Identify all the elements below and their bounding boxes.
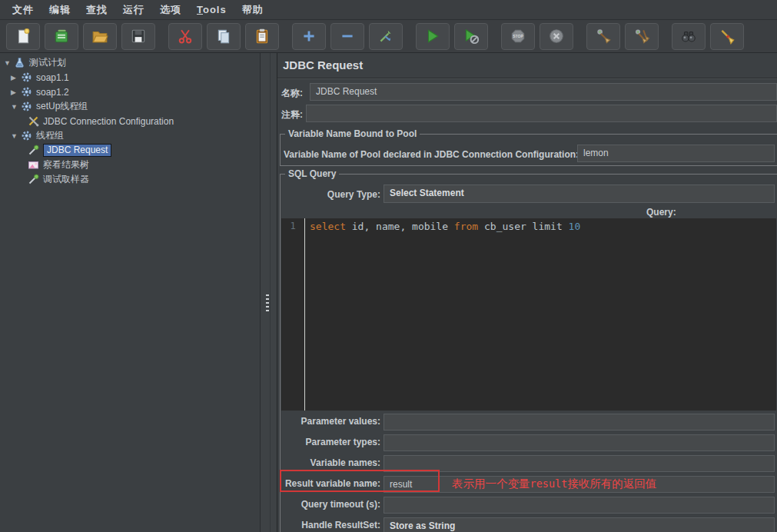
test-plan-tree: ▼ 测试计划 ▶ soap1.1 ▶ soap1.2 ▼ <box>0 53 260 532</box>
tree-item-jdbc-connection-configuration[interactable]: JDBC Connection Configuration <box>0 114 260 128</box>
start-no-timers-button[interactable] <box>454 23 488 50</box>
expand-arrow-icon[interactable]: ▼ <box>11 103 21 111</box>
stop-button[interactable]: STOP <box>501 23 535 50</box>
parameter-types-input[interactable] <box>384 434 775 451</box>
variable-names-label: Variable names: <box>281 457 380 468</box>
menu-options[interactable]: 选项 <box>152 1 189 19</box>
pool-variable-input[interactable]: lemon <box>577 145 775 162</box>
clear-all-button[interactable] <box>625 23 659 50</box>
search-binoculars-icon <box>680 28 697 45</box>
toggle-arrows-icon <box>377 28 394 45</box>
menu-edit[interactable]: 编辑 <box>42 1 78 19</box>
variable-names-input[interactable] <box>384 455 775 472</box>
name-input[interactable]: JDBC Request <box>310 83 777 101</box>
tree-item-soap12[interactable]: ▶ soap1.2 <box>0 85 260 99</box>
toggle-element-button[interactable] <box>369 23 403 50</box>
query-type-label: Query Type: <box>281 189 380 200</box>
thread-group-icon <box>21 130 32 141</box>
sql-query-textarea[interactable]: 1 select id, name, mobile from cb_user l… <box>281 218 776 411</box>
handle-resultset-select[interactable]: Store as String <box>384 517 775 532</box>
sampler-icon <box>28 174 39 185</box>
expand-arrow-icon[interactable]: ▶ <box>11 74 21 81</box>
copy-button[interactable] <box>207 23 241 50</box>
menu-help[interactable]: 帮助 <box>234 1 271 19</box>
cut-button[interactable] <box>168 23 202 50</box>
sql-identifiers: id, name, mobile <box>346 221 454 232</box>
sql-keyword: from <box>454 221 478 232</box>
tree-item-debug-sampler[interactable]: 调试取样器 <box>0 172 260 187</box>
templates-button[interactable] <box>45 23 78 50</box>
comment-label: 注释: <box>281 108 303 121</box>
tree-item-label: JDBC Connection Configuration <box>43 116 174 127</box>
open-button[interactable] <box>83 23 117 50</box>
clear-button[interactable] <box>586 23 620 50</box>
highlight-red-box <box>280 470 440 492</box>
search-button[interactable] <box>672 23 706 50</box>
pool-group: Variable Name Bound to Pool Variable Nam… <box>280 134 777 166</box>
sql-code-line[interactable]: select id, name, mobile from cb_user lim… <box>305 218 580 411</box>
query-timeout-input[interactable] <box>384 497 775 514</box>
comment-input[interactable] <box>306 105 777 122</box>
tree-item-label: setUp线程组 <box>36 100 88 113</box>
save-button[interactable] <box>121 23 155 50</box>
menu-bar: 文件 编辑 查找 运行 选项 Tools 帮助 <box>0 0 777 20</box>
clear-broom-icon <box>595 28 612 45</box>
results-tree-icon <box>28 159 39 171</box>
query-label: Query: <box>646 207 676 218</box>
tree-item-thread-group[interactable]: ▼ 线程组 <box>0 128 260 143</box>
tree-item-test-plan[interactable]: ▼ 测试计划 <box>0 55 260 70</box>
name-label: 名称: <box>281 87 303 100</box>
start-button[interactable] <box>416 23 450 50</box>
title-separator <box>277 78 777 79</box>
stop-icon: STOP <box>510 28 526 45</box>
start-play-icon <box>424 28 441 45</box>
tree-item-label: 线程组 <box>36 129 64 142</box>
new-file-button[interactable] <box>6 23 40 50</box>
annotation-suffix: 接收所有的返回值 <box>567 477 656 490</box>
clear-all-brooms-icon <box>633 28 650 45</box>
tree-item-label: 察看结果树 <box>43 158 89 171</box>
expand-arrow-icon[interactable]: ▼ <box>4 59 14 67</box>
tree-item-setup-thread-group[interactable]: ▼ setUp线程组 <box>0 99 260 114</box>
menu-file[interactable]: 文件 <box>5 1 42 19</box>
expand-arrow-icon[interactable]: ▶ <box>11 88 21 96</box>
toolbar: STOP <box>0 20 777 53</box>
menu-tools[interactable]: Tools <box>189 2 234 18</box>
save-icon <box>130 28 147 45</box>
paste-clipboard-icon <box>254 28 271 45</box>
expand-arrow-icon[interactable]: ▼ <box>11 132 21 140</box>
splitter-drag-handle-icon[interactable] <box>266 294 269 313</box>
paste-button[interactable] <box>245 23 279 50</box>
config-element-icon <box>28 115 39 127</box>
page-title: JDBC Request <box>283 58 363 71</box>
annotation-prefix: 表示用一个变量 <box>452 477 530 490</box>
thread-group-icon <box>21 86 32 98</box>
remove-element-button[interactable] <box>330 23 364 50</box>
menu-run[interactable]: 运行 <box>115 1 152 19</box>
add-element-button[interactable] <box>292 23 326 50</box>
search-reset-broom-icon <box>719 28 735 45</box>
annotation-text: 表示用一个变量result接收所有的返回值 <box>452 477 656 491</box>
parameter-values-input[interactable] <box>384 414 775 431</box>
thread-group-icon <box>21 101 32 112</box>
new-file-icon <box>15 28 32 45</box>
sql-keyword: select <box>310 221 346 232</box>
tree-item-label: soap1.2 <box>36 87 69 98</box>
minus-icon <box>339 28 356 45</box>
tree-item-view-results-tree[interactable]: 察看结果树 <box>0 158 260 172</box>
line-number-gutter: 1 <box>281 218 305 411</box>
tree-item-soap11[interactable]: ▶ soap1.1 <box>0 70 260 85</box>
menu-search[interactable]: 查找 <box>78 1 115 19</box>
templates-icon <box>53 28 70 45</box>
parameter-values-label: Parameter values: <box>281 416 380 427</box>
tree-item-jdbc-request[interactable]: JDBC Request <box>0 143 260 158</box>
start-no-timers-icon <box>463 28 480 45</box>
splitter-line <box>270 53 271 532</box>
stop-label: STOP <box>513 34 523 38</box>
open-folder-icon <box>91 28 108 45</box>
query-timeout-label: Query timeout (s): <box>281 499 380 510</box>
query-type-select[interactable]: Select Statement <box>384 185 775 203</box>
shutdown-button[interactable] <box>540 23 573 50</box>
search-reset-button[interactable] <box>710 23 744 50</box>
panel-splitter[interactable] <box>260 53 277 532</box>
